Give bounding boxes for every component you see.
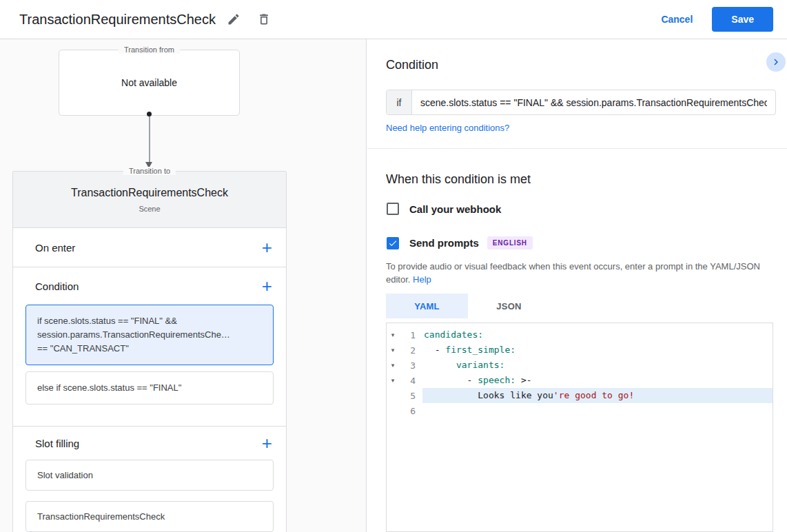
add-on-enter-button[interactable]: + (262, 239, 272, 256)
line-number: 3 (399, 360, 422, 371)
webhook-row: Call your webhook (387, 203, 501, 215)
add-slot-button[interactable]: + (262, 435, 272, 451)
language-badge: ENGLISH (487, 236, 533, 249)
code-line[interactable]: - first_simple: (422, 342, 773, 358)
section-on-enter: On enter + (13, 228, 286, 267)
when-met-heading: When this condition is met (386, 172, 531, 187)
code-token-plain (424, 360, 456, 370)
scene-title: TransactionRequirementsCheck (13, 187, 286, 199)
send-prompts-label: Send prompts (409, 237, 479, 249)
code-line[interactable] (422, 403, 773, 418)
editor-tabs: YAML JSON (386, 294, 550, 318)
edit-title-button[interactable] (221, 7, 246, 32)
collapse-panel-button[interactable] (766, 52, 786, 72)
code-token-key: speech: (478, 375, 515, 385)
trash-icon (257, 12, 271, 26)
code-token-plain: Looks like you (424, 390, 553, 400)
webhook-checkbox[interactable] (387, 203, 399, 215)
code-gutter: ▾1▾2▾3▾456 (387, 323, 422, 531)
chevron-right-icon (770, 56, 782, 68)
gutter-line: ▾4 (387, 373, 422, 388)
on-enter-label: On enter (35, 242, 75, 254)
section-slot-filling: Slot filling + Slot validation Transacti… (13, 427, 286, 532)
transition-to-label: Transition to (13, 167, 286, 176)
pencil-icon (227, 12, 241, 26)
condition-section-label: Condition (35, 280, 79, 292)
scene-subtitle: Scene (13, 205, 286, 213)
code-line[interactable]: candidates: (422, 327, 773, 342)
webhook-label: Call your webhook (409, 203, 501, 215)
code-line[interactable]: variants: (422, 358, 773, 373)
gutter-line: 6 (387, 403, 422, 418)
transition-from-label: Transition from (59, 45, 239, 54)
fold-toggle-icon[interactable]: ▾ (387, 377, 399, 384)
gutter-line: ▾3 (387, 358, 422, 373)
fold-toggle-icon[interactable]: ▾ (387, 331, 399, 338)
detail-panel: Condition if Need help entering conditio… (367, 39, 787, 532)
if-label: if (387, 90, 412, 114)
topbar: TransactionRequirementsCheck Cancel Save (0, 0, 787, 39)
code-line[interactable]: Looks like you're good to go! (422, 388, 773, 403)
check-icon (388, 238, 398, 248)
condition-help-link[interactable]: Need help entering conditions? (386, 123, 509, 133)
gutter-line: ▾2 (387, 342, 422, 358)
scene-card-header[interactable]: TransactionRequirementsCheck Scene (13, 172, 286, 228)
code-lines: candidates: - first_simple: variants: - … (422, 323, 773, 531)
line-number: 1 (399, 330, 422, 340)
send-prompts-checkbox[interactable] (387, 237, 399, 249)
scene-card: Transition to TransactionRequirementsChe… (12, 171, 287, 532)
transition-from-box: Transition from Not available (59, 50, 240, 116)
section-divider (367, 148, 787, 149)
condition-expression-row: if (386, 90, 776, 115)
code-token-plain: >- (515, 375, 531, 385)
help-link[interactable]: Help (413, 274, 431, 285)
fold-toggle-icon[interactable]: ▾ (387, 347, 399, 354)
connector-dot-icon (147, 112, 152, 116)
condition-expression-input[interactable] (412, 90, 775, 114)
page-title: TransactionRequirementsCheck (19, 12, 216, 28)
code-token-key: first_simple: (445, 345, 515, 355)
condition-card[interactable]: else if scene.slots.status == "FINAL" (25, 371, 274, 405)
flow-canvas: Transition from Not available Transition… (0, 39, 367, 532)
connector-line (149, 116, 150, 162)
add-condition-button[interactable]: + (262, 278, 272, 294)
line-number: 4 (399, 376, 422, 386)
transition-from-content: Not available (59, 50, 239, 115)
tab-json[interactable]: JSON (468, 294, 550, 318)
section-condition: Condition + if scene.slots.status == "FI… (13, 267, 286, 426)
cancel-button[interactable]: Cancel (651, 8, 702, 30)
condition-card[interactable]: if scene.slots.status == "FINAL" && sess… (25, 305, 274, 365)
code-editor[interactable]: ▾1▾2▾3▾456 candidates: - first_simple: v… (386, 323, 773, 532)
slot-filling-label: Slot filling (35, 438, 79, 449)
line-number: 5 (399, 391, 422, 401)
delete-button[interactable] (252, 7, 276, 32)
prompt-description: To provide audio or visual feedback when… (386, 260, 780, 286)
slot-card[interactable]: Slot validation (25, 460, 274, 491)
code-line[interactable]: - speech: >- (422, 373, 773, 388)
code-token-str: 're good to go! (553, 390, 634, 400)
tab-yaml[interactable]: YAML (386, 294, 468, 318)
gutter-line: 5 (387, 388, 422, 403)
slot-card[interactable]: TransactionRequirementsCheck (25, 501, 274, 532)
code-token-plain: - (424, 375, 478, 385)
line-number: 2 (399, 345, 422, 356)
code-token-key: variants: (456, 360, 504, 370)
code-token-plain: - (424, 345, 445, 355)
fold-toggle-icon[interactable]: ▾ (387, 362, 399, 369)
code-token-key: candidates: (424, 329, 483, 340)
line-number: 6 (399, 406, 422, 416)
send-prompts-row: Send prompts ENGLISH (387, 236, 533, 249)
save-button[interactable]: Save (712, 7, 773, 32)
condition-heading: Condition (386, 58, 438, 72)
gutter-line: ▾1 (387, 327, 422, 342)
